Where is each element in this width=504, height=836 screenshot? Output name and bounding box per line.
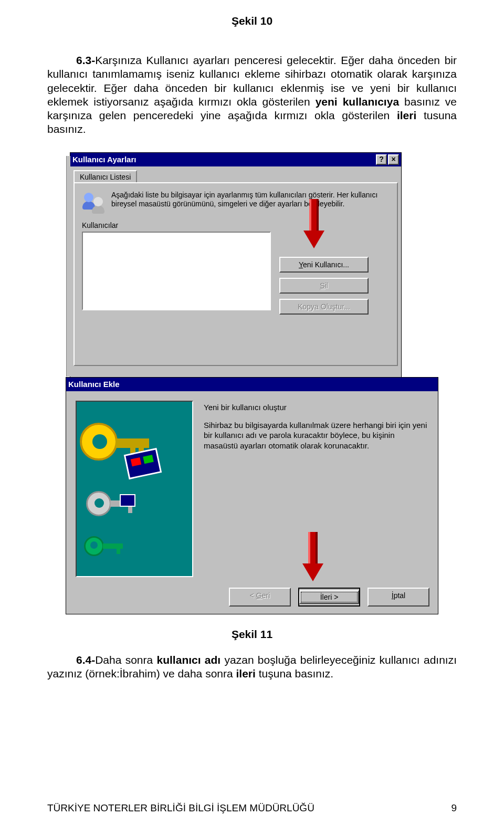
next-button[interactable]: İleri >	[298, 588, 360, 607]
title-text: Kullanıcı Ayarları	[72, 155, 136, 164]
copy-button[interactable]: Kopya Oluştur...	[279, 299, 369, 315]
windows-logo-icon	[124, 447, 162, 479]
users-icon	[82, 191, 106, 214]
back-button[interactable]: < Geri	[229, 588, 291, 607]
mini-windows-icon	[120, 494, 135, 507]
para1-bold-2: ileri	[397, 109, 416, 121]
wizard-body: Sihirbaz bu bilgisayarda kullanılmak üze…	[204, 420, 428, 451]
users-label: Kullanıcılar	[82, 221, 390, 229]
para2-text-c: tuşuna basınız.	[256, 667, 333, 680]
figure-title-top: Şekil 10	[0, 0, 504, 27]
step-number-1: 6.3-	[76, 54, 95, 66]
title-text-2: Kullanıcı Ekle	[68, 380, 120, 389]
screenshots-area: Kullanıcı Ayarları ? × Kullanıcı Listesi…	[66, 152, 438, 618]
help-button[interactable]: ?	[376, 154, 387, 165]
window-add-user: Kullanıcı Ekle Yeni bir kullanıcı oluştu…	[66, 377, 438, 614]
tab-strip: Kullanıcı Listesi Aşağıdaki liste bu bil…	[70, 166, 401, 369]
paragraph-1: 6.3-Karşınıza Kullanıcı ayarları pencere…	[0, 54, 504, 137]
delete-button[interactable]: Sil	[279, 278, 369, 294]
wizard-heading: Yeni bir kullanıcı oluştur	[204, 403, 428, 412]
page-footer: TÜRKİYE NOTERLER BİRLİĞİ BİLGİ İŞLEM MÜD…	[47, 802, 457, 814]
tab-user-list[interactable]: Kullanıcı Listesi	[74, 170, 137, 183]
footer-org: TÜRKİYE NOTERLER BİRLİĞİ BİLGİ İŞLEM MÜD…	[47, 802, 314, 814]
users-listbox[interactable]	[82, 232, 271, 310]
info-text: Aşağıdaki liste bu bilgisayar için ayarl…	[111, 191, 390, 214]
close-button[interactable]: ×	[388, 154, 399, 165]
paragraph-2: 6.4-Daha sonra kullanıcı adı yazan boşlu…	[0, 653, 504, 681]
step-number-2: 6.4-	[76, 654, 95, 666]
wizard-graphic	[76, 401, 193, 577]
left-strip-decoration	[66, 156, 70, 377]
para2-bold-1: kullanıcı adı	[157, 654, 221, 666]
para2-bold-2: ileri	[236, 667, 256, 680]
para1-bold-1: yeni kullanıcıya	[316, 96, 399, 108]
cancel-button[interactable]: İptal	[368, 588, 429, 607]
red-arrow-icon	[303, 199, 324, 249]
figure-caption-2: Şekil 11	[0, 628, 504, 641]
page-number: 9	[451, 802, 457, 814]
new-user-button[interactable]: Yeni Kullanıcı...	[279, 257, 369, 273]
para2-text-a: Daha sonra	[95, 654, 156, 666]
tab-panel: Aşağıdaki liste bu bilgisayar için ayarl…	[74, 182, 398, 366]
titlebar-user-settings: Kullanıcı Ayarları ? ×	[70, 153, 401, 166]
red-arrow-icon-2	[302, 532, 323, 582]
window-user-settings: Kullanıcı Ayarları ? × Kullanıcı Listesi…	[70, 152, 402, 383]
titlebar-add-user: Kullanıcı Ekle	[66, 378, 438, 391]
